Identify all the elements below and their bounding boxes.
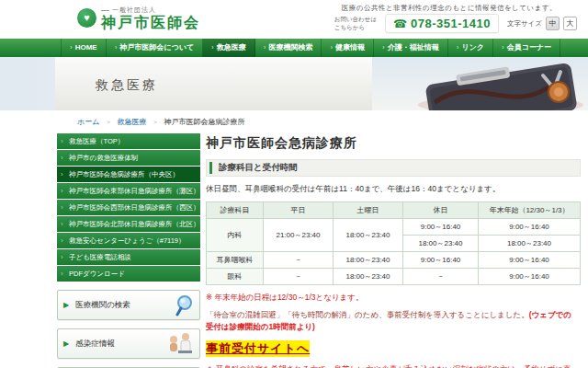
breadcrumb-separator: ＞ (105, 118, 111, 127)
section-heading: 診療科目と受付時間 (206, 159, 581, 177)
sidebar-item-emergency-top[interactable]: 救急医療（TOP） (57, 133, 200, 149)
sidebar-item-pdf-download[interactable]: PDFダウンロード (57, 266, 200, 282)
site-tagline: 医療の公共性と非営利性の理念のもとに情報発信をしています。 (342, 4, 557, 13)
nav-item-search[interactable]: ›医療機関検索 (255, 39, 322, 57)
chevron-icon: › (457, 39, 459, 57)
table-row: 内科 21:00～23:40 18:00～23:40 9:00～16:40 9:… (207, 219, 581, 236)
chevron-icon: › (211, 39, 214, 57)
nav-item-health[interactable]: ›健康情報 (322, 39, 374, 57)
fontsize-medium-button[interactable]: 中 (546, 17, 560, 30)
table-row: 眼科 － 18:00～23:40 － 9:00～16:40 (207, 269, 581, 285)
hero-title: 救急医療 (96, 77, 158, 94)
advance-reception-site-link[interactable]: 事前受付サイトへ (206, 340, 310, 357)
phone-box[interactable]: ☎ 078-351-1410 (385, 14, 499, 33)
sidebar-item-seibu-nishi[interactable]: 神戸市医師会西部休日急病診療所（西区） (57, 200, 200, 215)
sidebar-item-tobu-nada[interactable]: 神戸市医師会東部休日急病診療所（灘区） (57, 183, 200, 199)
phone-icon: ☎ (393, 18, 407, 29)
table-row: 耳鼻咽喉科 － 18:00～23:40 9:00～16:40 9:00～16:4… (207, 252, 581, 269)
breadcrumb-current: 神戸市医師会急病診療所 (164, 117, 244, 127)
col-header-dept: 診療科目 (207, 202, 264, 219)
green-accent-bar (209, 162, 212, 174)
org-name: 神戸市医師会 (101, 15, 200, 31)
main-content: 神戸市医師会急病診療所 診療科目と受付時間 休日昼間、耳鼻咽喉科の受付は午前は1… (206, 133, 588, 368)
intro-text: 休日昼間、耳鼻咽喉科の受付は午前は11：40まで、午後は16：40までとなります… (206, 184, 581, 195)
global-nav: ›HOME ›神戸市医師会について ›救急医療 ›医療機関検索 ›健康情報 ›介… (0, 39, 588, 57)
phone-number: 078-351-1410 (411, 17, 491, 30)
sidebar-item-kids-phone[interactable]: 子ども医療電話相談 (57, 249, 200, 265)
site-header: ♥ 一般社団法人 神戸市医師会 医療の公共性と非営利性の理念のもとに情報発信をし… (0, 0, 588, 39)
nav-item-about[interactable]: ›神戸市医師会について (107, 39, 203, 57)
sidebar-item-hokubu-kita[interactable]: 神戸市医師会北部休日急病診療所（北区） (57, 216, 200, 232)
chevron-icon: › (502, 39, 504, 57)
stethoscope-photo (372, 57, 588, 110)
banner-infection-info[interactable]: ▶ 感染症情報 (57, 328, 200, 359)
page-title: 神戸市医師会急病診療所 (206, 135, 581, 152)
chevron-icon: › (70, 39, 73, 57)
col-header-holiday: 休日 (403, 202, 479, 219)
nav-item-links[interactable]: ›リンク (448, 39, 493, 57)
nav-item-home[interactable]: ›HOME (61, 39, 107, 57)
chevron-icon: › (382, 39, 385, 57)
advance-reception-notice: 「待合室の混雑回避」「待ち時間の解消」のため、事前受付制を導入することにしました… (206, 309, 573, 333)
breadcrumb-home[interactable]: ホーム (77, 117, 99, 127)
kobe-medical-association-page: ♥ 一般社団法人 神戸市医師会 医療の公共性と非営利性の理念のもとに情報発信をし… (0, 0, 588, 368)
nav-item-emergency[interactable]: ›救急医療 (203, 39, 255, 57)
banner-medical-search[interactable]: ▶ 医療機関の検索 (57, 290, 200, 320)
col-header-weekday: 平日 (264, 202, 334, 219)
hero-banner: 救急医療 (0, 57, 588, 110)
nav-item-care-welfare[interactable]: ›介護・福祉情報 (374, 39, 448, 57)
doctor-patient-illustration (166, 332, 194, 356)
kobe-med-logo-icon: ♥ (77, 8, 96, 28)
yearend-note: ※ 年末年始の日程は12/30～1/3となります。 (206, 293, 581, 304)
triangle-icon: ▶ (63, 339, 69, 348)
col-header-saturday: 土曜日 (334, 202, 403, 219)
fontsize-large-button[interactable]: 大 (563, 17, 577, 30)
sidebar-item-kobe-emergency-system[interactable]: 神戸市の救急医療体制 (57, 150, 200, 166)
breadcrumb: ホーム ＞ 救急医療 ＞ 神戸市医師会急病診療所 (0, 110, 588, 133)
nav-item-members[interactable]: ›会員コーナー (493, 39, 560, 57)
chevron-icon: › (115, 39, 118, 57)
site-logo[interactable]: ♥ 一般社団法人 神戸市医師会 (77, 6, 200, 31)
magnifier-icon (174, 294, 194, 316)
sidebar-item-7119[interactable]: 救急安心センターひょうご（#7119） (57, 233, 200, 248)
sidebar: 救急医療（TOP） 神戸市の救急医療体制 神戸市医師会急病診療所（中央区） 神戸… (57, 133, 200, 368)
fontsize-label: 文字サイズ (507, 19, 542, 29)
breadcrumb-separator: ＞ (152, 118, 158, 127)
breadcrumb-emergency[interactable]: 救急医療 (117, 117, 146, 127)
contact-label: お問い合わせは こちらから (334, 16, 377, 30)
triangle-icon: ▶ (63, 301, 69, 309)
col-header-yearend: 年末年始（12/30～1/3） (479, 202, 581, 219)
schedule-table: 診療科目 平日 土曜日 休日 年末年始（12/30～1/3） 内科 21:00～… (206, 201, 581, 285)
ent-warning-text: ＊ 耳鼻科の診察を希望される方で、息苦しい方や食事が呑み込めない深刻な症状の方は… (206, 363, 573, 368)
chevron-icon: › (264, 39, 266, 57)
sidebar-item-kyubyo-chuo[interactable]: 神戸市医師会急病診療所（中央区） (57, 167, 200, 182)
chevron-icon: › (330, 39, 333, 57)
org-type: 一般社団法人 (101, 6, 200, 15)
